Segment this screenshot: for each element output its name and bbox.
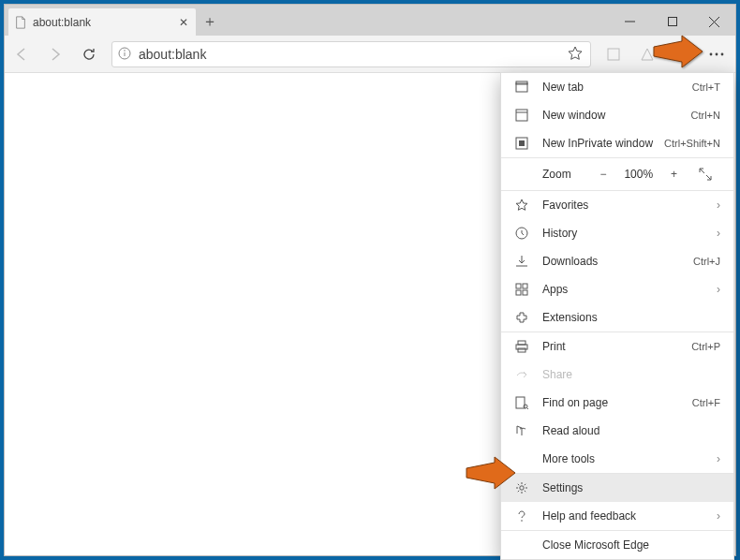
site-info-icon[interactable] [118, 47, 133, 62]
new-window-icon [514, 108, 529, 123]
share-icon [514, 367, 529, 382]
apps-icon [514, 282, 529, 297]
chevron-right-icon: › [709, 452, 720, 465]
svg-rect-1 [668, 18, 676, 26]
close-window-button[interactable] [693, 7, 735, 36]
menu-close-edge[interactable]: Close Microsoft Edge [501, 531, 733, 559]
back-button[interactable] [5, 37, 38, 71]
svg-line-27 [527, 408, 529, 410]
collections-icon[interactable] [630, 37, 664, 71]
svg-point-8 [710, 52, 713, 55]
chevron-right-icon: › [709, 199, 720, 212]
browser-tab[interactable]: about:blank ✕ [8, 8, 196, 36]
toolbar [5, 36, 735, 73]
svg-point-9 [716, 52, 718, 55]
refresh-button[interactable] [72, 37, 106, 71]
history-icon [514, 226, 529, 241]
titlebar: about:blank ✕ ＋ [5, 5, 735, 36]
fullscreen-button[interactable] [689, 168, 720, 181]
extensions-icon [514, 310, 529, 325]
new-tab-icon [514, 80, 529, 95]
minimize-button[interactable] [609, 7, 651, 36]
svg-point-10 [721, 52, 724, 55]
url-input[interactable] [139, 47, 568, 62]
print-icon [514, 339, 529, 354]
menu-share: Share [501, 361, 733, 389]
window-controls [609, 7, 735, 36]
tab-title: about:blank [33, 16, 177, 29]
more-menu: New tab Ctrl+T New window Ctrl+N New InP… [500, 72, 734, 560]
svg-point-29 [521, 520, 523, 522]
forward-button[interactable] [38, 37, 72, 71]
svg-rect-18 [516, 284, 521, 288]
address-bar[interactable] [111, 41, 591, 67]
menu-favorites[interactable]: Favorites › [501, 191, 733, 219]
menu-print[interactable]: Print Ctrl+P [501, 332, 733, 361]
menu-new-window[interactable]: New window Ctrl+N [501, 101, 733, 129]
downloads-icon [514, 254, 529, 269]
zoom-out-button[interactable]: − [587, 168, 618, 181]
menu-downloads[interactable]: Downloads Ctrl+J [501, 247, 733, 275]
svg-rect-19 [523, 284, 527, 288]
new-tab-button[interactable]: ＋ [196, 8, 224, 36]
svg-rect-22 [518, 341, 525, 345]
menu-zoom-row: Zoom − 100% + [501, 158, 733, 190]
maximize-button[interactable] [651, 7, 693, 36]
chevron-right-icon: › [709, 283, 720, 296]
menu-help[interactable]: Help and feedback › [501, 502, 733, 530]
favorites-bar-icon[interactable] [664, 37, 698, 71]
menu-extensions[interactable]: Extensions [501, 303, 733, 332]
menu-new-inprivate[interactable]: New InPrivate window Ctrl+Shift+N [501, 129, 733, 157]
menu-more-tools[interactable]: More tools › [501, 445, 733, 473]
close-tab-icon[interactable]: ✕ [177, 16, 190, 29]
svg-point-6 [124, 50, 126, 52]
inprivate-icon [514, 136, 529, 151]
page-icon [14, 16, 27, 29]
favorite-star-icon[interactable] [568, 46, 585, 63]
svg-rect-20 [516, 290, 521, 295]
svg-rect-13 [516, 110, 527, 121]
chevron-right-icon: › [709, 227, 720, 240]
notes-icon[interactable] [597, 37, 630, 71]
find-icon [514, 395, 529, 410]
menu-find[interactable]: Find on page Ctrl+F [501, 389, 733, 417]
zoom-in-button[interactable]: + [659, 168, 689, 181]
svg-point-28 [520, 486, 524, 490]
svg-rect-16 [519, 140, 525, 146]
gear-icon [514, 480, 529, 495]
menu-settings[interactable]: Settings [501, 474, 733, 502]
svg-rect-7 [608, 49, 619, 60]
menu-new-tab[interactable]: New tab Ctrl+T [501, 73, 733, 101]
zoom-value: 100% [618, 168, 659, 181]
svg-rect-21 [523, 290, 527, 295]
menu-history[interactable]: History › [501, 219, 733, 247]
more-menu-button[interactable] [698, 36, 735, 73]
menu-apps[interactable]: Apps › [501, 275, 733, 303]
help-icon [514, 508, 529, 523]
zoom-label: Zoom [542, 168, 587, 181]
favorites-icon [514, 198, 529, 213]
chevron-right-icon: › [709, 509, 720, 523]
menu-read-aloud[interactable]: Read aloud [501, 417, 733, 445]
read-aloud-icon [514, 423, 529, 438]
